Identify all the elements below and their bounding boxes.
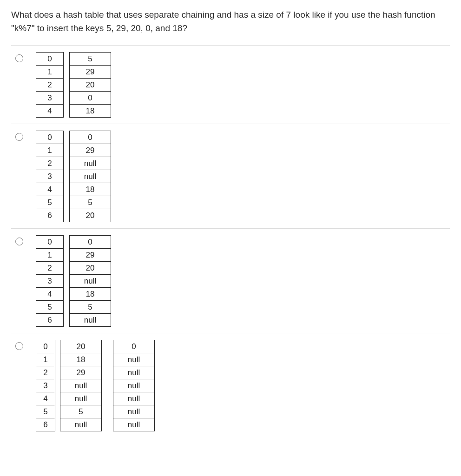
table-cell: 0 [36,131,64,144]
table-cell: null [60,379,102,392]
option-content: 0123452920018 [36,52,450,117]
table-cell: null [69,313,111,327]
question-text: What does a hash table that uses separat… [11,8,450,35]
table-cell: 3 [36,379,55,392]
table-cell: 0 [36,340,55,353]
option-radio-wrap [13,341,25,352]
option-block-3: 0123456201829nullnull5null0nullnullnulln… [11,333,450,437]
table-cell: 29 [60,366,102,379]
table-column: 029nullnull18520 [69,131,111,222]
table-cell: 6 [36,209,64,222]
table-cell: 3 [36,170,64,183]
option-radio-wrap [13,132,25,143]
table-cell: 0 [36,235,64,249]
table-column: 0123456 [36,235,64,326]
table-cell: 29 [69,248,111,262]
table-cell: 0 [69,131,111,144]
table-cell: 5 [69,196,111,209]
table-cell: 5 [69,52,111,66]
table-cell: 3 [36,274,64,288]
table-column: 52920018 [69,52,111,117]
table-cell: 18 [60,353,102,366]
table-cell: 20 [69,78,111,92]
table-column: 0nullnullnullnullnullnull [113,340,155,431]
hash-table-2: 012345602920null185null [36,235,450,326]
table-cell: 6 [36,418,55,431]
table-cell: null [69,157,111,170]
table-cell: 2 [36,78,64,92]
table-cell: 20 [69,261,111,275]
option-block-2: 012345602920null185null [11,228,450,333]
hash-table-0: 0123452920018 [36,52,450,117]
table-column: 0123456 [36,131,64,222]
table-cell: 0 [69,235,111,249]
table-cell: null [69,170,111,183]
table-cell: 1 [36,65,64,79]
table-cell: 29 [69,65,111,79]
table-cell: null [113,366,155,379]
table-cell: 18 [69,183,111,196]
option-block-0: 0123452920018 [11,45,450,124]
options-container: 01234529200180123456029nullnull185200123… [11,45,450,437]
table-cell: 4 [36,287,64,301]
table-cell: 2 [36,157,64,170]
hash-table-3: 0123456201829nullnull5null0nullnullnulln… [36,340,450,431]
table-cell: 2 [36,261,64,275]
table-cell: 2 [36,366,55,379]
table-cell: 5 [36,300,64,314]
option-block-1: 0123456029nullnull18520 [11,124,450,228]
table-cell: 18 [69,287,111,301]
table-cell: 6 [36,313,64,327]
table-column: 01234 [36,52,64,117]
table-cell: null [60,418,102,431]
table-cell: 4 [36,104,64,118]
table-cell: 29 [69,144,111,157]
table-cell: null [113,353,155,366]
table-cell: 3 [36,91,64,105]
table-cell: null [69,274,111,288]
option-content: 0123456029nullnull18520 [36,131,450,222]
hash-table-1: 0123456029nullnull18520 [36,131,450,222]
table-column: 0123456 [36,340,55,431]
table-cell: 20 [60,340,102,353]
table-column: 201829nullnull5null [60,340,102,431]
table-cell: 20 [69,209,111,222]
table-cell: null [113,379,155,392]
option-radio-2[interactable] [15,238,23,245]
table-cell: 1 [36,248,64,262]
table-cell: 0 [69,91,111,105]
table-cell: 5 [36,405,55,418]
table-cell: 1 [36,353,55,366]
option-content: 0123456201829nullnull5null0nullnullnulln… [36,340,450,431]
table-cell: 4 [36,392,55,405]
option-radio-wrap [13,236,25,248]
table-cell: 5 [60,405,102,418]
option-radio-3[interactable] [15,342,23,350]
option-radio-1[interactable] [15,133,23,141]
option-radio-wrap [13,53,25,65]
table-cell: null [60,392,102,405]
table-cell: 5 [69,300,111,314]
table-cell: 5 [36,196,64,209]
table-cell: null [113,418,155,431]
table-cell: 0 [36,52,64,66]
table-cell: null [113,405,155,418]
option-content: 012345602920null185null [36,235,450,326]
table-cell: null [113,392,155,405]
table-column: 02920null185null [69,235,111,326]
table-cell: 0 [113,340,155,353]
table-cell: 1 [36,144,64,157]
table-cell: 18 [69,104,111,118]
table-cell: 4 [36,183,64,196]
option-radio-0[interactable] [15,54,23,62]
